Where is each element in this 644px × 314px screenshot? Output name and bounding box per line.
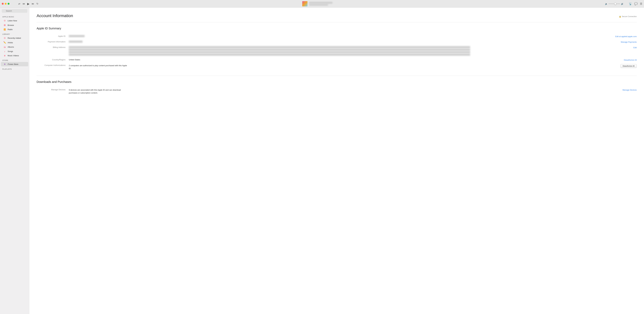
radio-icon: 📶 xyxy=(3,28,6,30)
manage-devices-cell: Manage Devices xyxy=(508,87,637,96)
now-playing-area xyxy=(302,1,338,6)
shuffle-button[interactable]: ⇄ xyxy=(18,2,20,5)
volume-high-icon: 🔊 xyxy=(621,3,624,5)
sidebar-item-radio[interactable]: 📶 Radio xyxy=(1,27,28,31)
manage-payments-link[interactable]: Manage Payments xyxy=(621,41,637,43)
artists-icon: ✏️ xyxy=(3,41,6,44)
billing-address-blurred xyxy=(69,46,470,56)
table-row: Manage Devices: 9 devices are associated… xyxy=(36,87,637,96)
main-container: Apple Music ⊙ Listen Now ⊞ Browse 📶 Radi… xyxy=(0,7,644,314)
sidebar-item-artists[interactable]: ✏️ Artists xyxy=(1,40,28,45)
apple-id-summary-title: Apple ID Summary xyxy=(36,27,637,30)
change-country-link[interactable]: Deauthorize All xyxy=(624,59,637,61)
edit-billing-cell: Edit xyxy=(470,45,637,57)
authorizations-value: 2 computers are authorized to play conte… xyxy=(69,63,470,71)
country-value: United States xyxy=(69,57,470,63)
billing-label: Billing Address: xyxy=(36,45,69,57)
sidebar-item-label-radio: Radio xyxy=(8,28,12,30)
search-wrapper xyxy=(2,9,27,13)
volume-control: 🔈 🔊 xyxy=(605,3,624,5)
sidebar-section-playlists: Playlists xyxy=(0,66,29,71)
edit-apple-id-link[interactable]: Edit at appleid.apple.com xyxy=(615,35,637,37)
edit-billing-link[interactable]: Edit xyxy=(634,46,637,49)
change-country-cell: Deauthorize All xyxy=(470,57,637,63)
billing-value xyxy=(69,45,470,57)
table-row: Apple ID: Edit at appleid.apple.com xyxy=(36,34,637,39)
search-area xyxy=(0,7,29,14)
apple-id-value xyxy=(69,34,470,39)
sidebar-item-label-itunes-store: iTunes Store xyxy=(8,63,18,65)
section-divider xyxy=(36,76,637,76)
payment-value xyxy=(69,39,470,45)
table-row: Country/Region: United States Deauthoriz… xyxy=(36,57,637,63)
table-row: Billing Address: xyxy=(36,45,637,57)
close-button[interactable] xyxy=(2,3,4,5)
now-playing-subtitle xyxy=(309,4,328,5)
volume-low-icon: 🔈 xyxy=(605,3,608,5)
manage-devices-value: 9 devices are associated with this Apple… xyxy=(69,87,508,96)
volume-slider[interactable] xyxy=(608,3,620,4)
secure-connection-label: Secure Connection xyxy=(619,15,637,17)
repeat-button[interactable]: ↻ xyxy=(36,2,38,5)
search-input[interactable] xyxy=(2,9,27,13)
apple-id-summary-table: Apple ID: Edit at appleid.apple.com Paym… xyxy=(36,34,637,71)
fast-forward-button[interactable]: ⏭ xyxy=(32,2,34,5)
browse-icon: ⊞ xyxy=(3,24,6,26)
deauthorize-all-button[interactable]: Deauthorize All xyxy=(620,64,637,68)
sidebar-item-label-recently-added: Recently Added xyxy=(8,37,21,39)
country-label: Country/Region: xyxy=(36,57,69,63)
sidebar-section-label-store: Store xyxy=(0,58,29,62)
manage-devices-description: 9 devices are associated with this Apple… xyxy=(69,89,127,94)
now-playing-title xyxy=(309,2,332,4)
sidebar-item-songs[interactable]: ♪ Songs xyxy=(1,49,28,53)
sidebar-section-apple-music: Apple Music ⊙ Listen Now ⊞ Browse 📶 Radi… xyxy=(0,14,29,31)
manage-devices-label: Manage Devices: xyxy=(36,87,69,96)
page-title: Account Information xyxy=(36,13,73,18)
maximize-button[interactable] xyxy=(8,3,10,5)
downloads-purchases-title: Downloads and Purchases xyxy=(36,80,637,84)
rewind-button[interactable]: ⏮ xyxy=(22,2,25,5)
downloads-purchases-table: Manage Devices: 9 devices are associated… xyxy=(36,87,637,96)
listen-now-icon: ⊙ xyxy=(3,19,6,22)
sidebar-item-itunes-store[interactable]: ★ iTunes Store xyxy=(1,62,28,66)
sidebar-section-library: Library ⊙ Recently Added ✏️ Artists 🗂 Al… xyxy=(0,31,29,58)
deauthorize-cell: Deauthorize All xyxy=(470,63,637,71)
sidebar-item-label-songs: Songs xyxy=(8,50,13,52)
lyrics-icon[interactable]: 💬 xyxy=(634,2,638,5)
manage-devices-link[interactable]: Manage Devices xyxy=(622,89,637,91)
airplay-icon[interactable]: 📡 xyxy=(629,2,632,5)
apple-id-label: Apple ID: xyxy=(36,34,69,39)
titlebar-right-icons: 📡 💬 ☰ xyxy=(629,2,642,5)
minimize-button[interactable] xyxy=(5,3,6,5)
music-videos-icon: 🖥 xyxy=(3,55,6,57)
authorizations-description: 2 computers are authorized to play conte… xyxy=(69,64,127,70)
menu-icon[interactable]: ☰ xyxy=(640,2,642,5)
albums-icon: 🗂 xyxy=(3,46,6,48)
sidebar-item-label-browse: Browse xyxy=(8,24,14,26)
titlebar: ⇄ ⏮ ▶ ⏭ ↻ 🔈 🔊 📡 💬 ☰ xyxy=(0,0,644,7)
authorizations-label: Computer Authorizations: xyxy=(36,63,69,71)
sidebar-item-label-listen-now: Listen Now xyxy=(8,19,17,22)
album-thumbnail xyxy=(302,1,308,6)
sidebar-section-label-library: Library xyxy=(0,31,29,36)
play-button[interactable]: ▶ xyxy=(27,2,30,5)
payment-label: Payment Information: xyxy=(36,39,69,45)
sidebar-item-recently-added[interactable]: ⊙ Recently Added xyxy=(1,36,28,40)
recently-added-icon: ⊙ xyxy=(3,37,6,39)
sidebar-item-listen-now[interactable]: ⊙ Listen Now xyxy=(1,18,28,23)
traffic-lights xyxy=(2,3,10,5)
songs-icon: ♪ xyxy=(3,50,6,53)
now-playing-info xyxy=(309,2,338,5)
edit-apple-id-cell: Edit at appleid.apple.com xyxy=(470,34,637,39)
sidebar-item-albums[interactable]: 🗂 Albums xyxy=(1,45,28,49)
sidebar-item-browse[interactable]: ⊞ Browse xyxy=(1,23,28,27)
manage-payments-cell: Manage Payments xyxy=(470,39,637,45)
sidebar-section-label-apple-music: Apple Music xyxy=(0,14,29,18)
table-row: Computer Authorizations: 2 computers are… xyxy=(36,63,637,71)
sidebar-item-label-music-videos: Music Videos xyxy=(8,54,19,57)
table-row: Payment Information: Manage Payments xyxy=(36,39,637,45)
sidebar-item-label-albums: Albums xyxy=(8,46,14,48)
sidebar-item-music-videos[interactable]: 🖥 Music Videos xyxy=(1,54,28,58)
sidebar-section-store: Store ★ iTunes Store xyxy=(0,58,29,66)
sidebar-section-label-playlists: Playlists xyxy=(0,66,29,71)
